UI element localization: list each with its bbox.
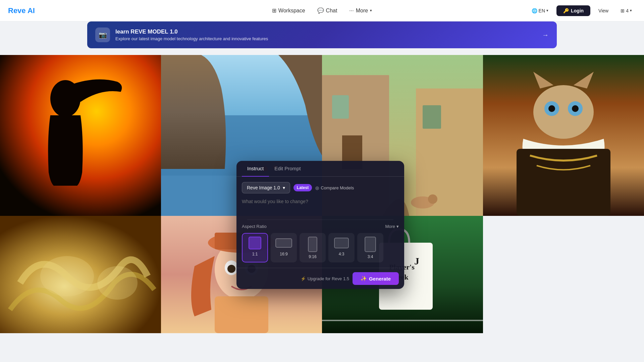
workspace-icon: ⊞ <box>272 7 276 14</box>
svg-point-32 <box>227 265 235 273</box>
lightning-icon: ⚡ <box>301 276 306 281</box>
aspect-thumb-3-4 <box>364 236 376 252</box>
lang-chevron-icon: ▾ <box>546 8 548 13</box>
aspect-ratio-label: Aspect Ratio <box>242 224 267 229</box>
svg-rect-45 <box>365 237 376 252</box>
tab-edit-prompt-label: Edit Prompt <box>274 166 301 171</box>
banner-text: learn REVE MODEL 1.0 Explore our latest … <box>115 28 268 41</box>
generate-button[interactable]: ✨ Generate <box>353 272 399 285</box>
tab-instruct-label: Instruct <box>247 166 264 171</box>
aspect-thumb-9-16 <box>308 236 318 252</box>
generate-label: Generate <box>369 276 391 282</box>
svg-rect-36 <box>322 320 483 321</box>
aspect-label-3-4: 3:4 <box>368 254 373 259</box>
upgrade-button[interactable]: ⚡ Upgrade for Reve 1.5 <box>301 276 349 281</box>
aspect-option-16-9[interactable]: 16:9 <box>271 233 297 262</box>
login-button[interactable]: 🔑 Login <box>556 5 590 16</box>
aspect-label-16-9: 16:9 <box>280 252 287 256</box>
svg-rect-34 <box>215 296 268 333</box>
aspect-thumb-16-9 <box>275 236 292 250</box>
aspect-label-4-3: 4:3 <box>339 252 344 256</box>
svg-point-21 <box>572 105 579 112</box>
svg-rect-42 <box>276 239 292 247</box>
grid-button[interactable]: ⊞ 4 ▾ <box>616 6 636 15</box>
nav-chat-label: Chat <box>326 8 337 14</box>
banner-icon: 📷 <box>95 27 110 42</box>
image-silhouette <box>0 55 161 216</box>
image-swirls <box>0 216 161 333</box>
banner-arrow-icon: → <box>542 31 549 39</box>
panel-footer: ⚡ Upgrade for Reve 1.5 ✨ Generate <box>236 268 404 289</box>
image-cat <box>483 55 644 216</box>
banner-title: learn REVE MODEL 1.0 <box>115 28 268 35</box>
aspect-option-3-4[interactable]: 3:4 <box>357 233 383 262</box>
nav-workspace[interactable]: ⊞ Workspace <box>267 5 311 16</box>
model-chevron-icon: ▾ <box>283 185 285 190</box>
prompt-textarea[interactable] <box>242 198 399 218</box>
main-nav: ⊞ Workspace 💬 Chat ··· More ▾ <box>267 5 377 16</box>
banner-subtitle: Explore our latest image model technolog… <box>115 36 268 41</box>
nav-more-label: More <box>356 8 368 14</box>
image-cell-4[interactable] <box>483 55 644 216</box>
image-cell-5[interactable] <box>0 216 161 333</box>
latest-badge: Latest <box>293 184 312 191</box>
aspect-thumb-4-3 <box>334 236 349 250</box>
aspect-option-1-1[interactable]: 1:1 <box>242 233 268 262</box>
compare-models-button[interactable]: ◎ Compare Models <box>315 185 354 190</box>
aspect-option-4-3[interactable]: 4:3 <box>328 233 355 262</box>
chevron-down-icon: ▾ <box>370 8 372 13</box>
svg-rect-41 <box>249 237 261 249</box>
aspect-option-9-16[interactable]: 9:16 <box>300 233 326 262</box>
compare-icon: ◎ <box>315 185 319 190</box>
image-cell-1[interactable] <box>0 55 161 216</box>
svg-rect-44 <box>334 238 348 248</box>
language-button[interactable]: 🌐 EN ▾ <box>528 6 552 15</box>
compare-label: Compare Models <box>321 185 354 190</box>
chat-icon: 💬 <box>317 7 324 14</box>
svg-point-15 <box>533 85 594 139</box>
grid-label: 4 <box>626 8 629 13</box>
aspect-thumb-1-1 <box>248 236 262 250</box>
svg-point-20 <box>548 105 555 112</box>
generation-panel: Instruct Edit Prompt Reve Image 1.0 ▾ La… <box>236 161 404 289</box>
nav-more[interactable]: ··· More ▾ <box>344 5 377 16</box>
svg-rect-43 <box>308 237 317 252</box>
svg-rect-9 <box>332 95 349 119</box>
svg-text:J: J <box>414 255 419 266</box>
svg-point-24 <box>40 256 94 296</box>
panel-body: Reve Image 1.0 ▾ Latest ◎ Compare Models… <box>236 177 404 268</box>
sparkle-icon: ✨ <box>361 276 367 282</box>
nav-workspace-label: Workspace <box>278 8 305 14</box>
aspect-ratio-header: Aspect Ratio More ▾ <box>242 224 399 229</box>
language-label: EN <box>539 8 545 13</box>
login-icon: 🔑 <box>563 8 569 13</box>
svg-rect-22 <box>517 149 610 216</box>
svg-rect-11 <box>423 105 441 129</box>
aspect-ratio-options: 1:1 16:9 9:16 <box>242 233 399 262</box>
aspect-more-chevron-icon: ▾ <box>396 224 399 229</box>
tab-instruct[interactable]: Instruct <box>242 161 269 177</box>
nav-chat[interactable]: 💬 Chat <box>312 5 343 16</box>
header-right: 🌐 EN ▾ 🔑 Login View ⊞ 4 ▾ <box>528 5 636 16</box>
model-selector-row: Reve Image 1.0 ▾ Latest ◎ Compare Models <box>242 182 399 193</box>
grid-icon: ⊞ <box>621 8 625 13</box>
announcement-banner[interactable]: 📷 learn REVE MODEL 1.0 Explore our lates… <box>87 21 557 48</box>
aspect-label-1-1: 1:1 <box>252 252 258 256</box>
aspect-more-label: More <box>385 224 395 229</box>
upgrade-label: Upgrade for Reve 1.5 <box>308 276 349 281</box>
model-selector-value: Reve Image 1.0 <box>247 185 280 190</box>
panel-tabs: Instruct Edit Prompt <box>236 161 404 177</box>
header: Reve AI ⊞ Workspace 💬 Chat ··· More ▾ 🌐 … <box>0 0 644 21</box>
globe-icon: 🌐 <box>532 8 537 13</box>
login-label: Login <box>571 8 584 13</box>
model-selector[interactable]: Reve Image 1.0 ▾ <box>242 182 290 193</box>
tab-edit-prompt[interactable]: Edit Prompt <box>269 161 306 177</box>
view-button[interactable]: View <box>594 6 612 15</box>
svg-point-13 <box>428 194 437 204</box>
camera-icon: 📷 <box>99 31 107 39</box>
logo[interactable]: Reve AI <box>8 6 35 15</box>
svg-point-25 <box>97 266 138 300</box>
grid-chevron-icon: ▾ <box>630 8 632 13</box>
aspect-more-button[interactable]: More ▾ <box>385 224 399 229</box>
ellipsis-icon: ··· <box>349 8 354 14</box>
